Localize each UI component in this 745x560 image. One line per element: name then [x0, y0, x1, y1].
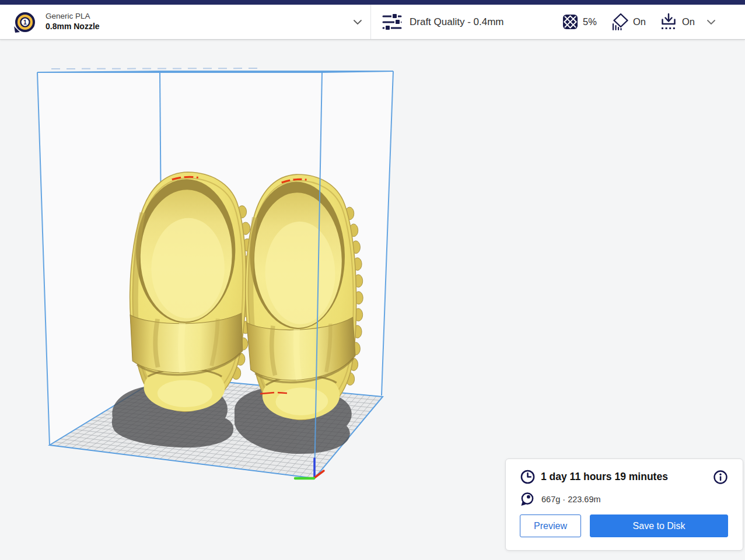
preview-button[interactable]: Preview — [520, 514, 581, 537]
cura-window: 1 Generic PLA 0.8mm Nozzle — [0, 0, 745, 560]
print-time: 1 day 11 hours 19 minutes — [541, 471, 668, 483]
info-icon — [713, 470, 728, 485]
extruder-number: 1 — [23, 18, 27, 25]
save-to-disk-button[interactable]: Save to Disk — [590, 514, 728, 537]
adhesion-value: On — [682, 16, 695, 27]
print-info-button[interactable] — [713, 470, 728, 485]
support-icon — [611, 13, 628, 31]
extruder-icon: 1 — [13, 10, 37, 34]
adhesion-icon — [660, 13, 677, 31]
configuration-bar: 1 Generic PLA 0.8mm Nozzle — [0, 5, 745, 40]
print-output-panel: 1 day 11 hours 19 minutes 667g · 223.69m — [505, 459, 743, 551]
profile-label: Draft Quality - 0.4mm — [410, 16, 504, 28]
infill-value: 5% — [583, 16, 597, 27]
material-usage: 667g · 223.69m — [541, 495, 601, 504]
nozzle-size: 0.8mm Nozzle — [46, 22, 100, 32]
model-right-slide[interactable] — [243, 173, 365, 421]
chevron-down-icon — [706, 19, 716, 25]
build-volume-top-dashed-line — [51, 68, 264, 69]
print-settings-sliders-icon — [382, 13, 402, 32]
material-spool-icon — [520, 491, 534, 507]
infill-setting: 5% — [562, 14, 597, 30]
support-value: On — [633, 16, 646, 27]
3d-viewport[interactable]: 1 day 11 hours 19 minutes 667g · 223.69m — [0, 39, 745, 560]
adhesion-setting: On — [660, 13, 695, 31]
material-name: Generic PLA — [46, 12, 100, 22]
window-header-strip — [0, 0, 745, 5]
support-setting: On — [611, 13, 646, 31]
chevron-down-icon — [353, 19, 362, 25]
infill-density-icon — [562, 14, 578, 30]
clock-icon — [520, 469, 536, 485]
model-left-slide[interactable] — [128, 172, 255, 413]
material-config-selector[interactable]: 1 Generic PLA 0.8mm Nozzle — [0, 5, 371, 39]
print-settings-selector[interactable]: Draft Quality - 0.4mm 5% — [372, 5, 745, 39]
